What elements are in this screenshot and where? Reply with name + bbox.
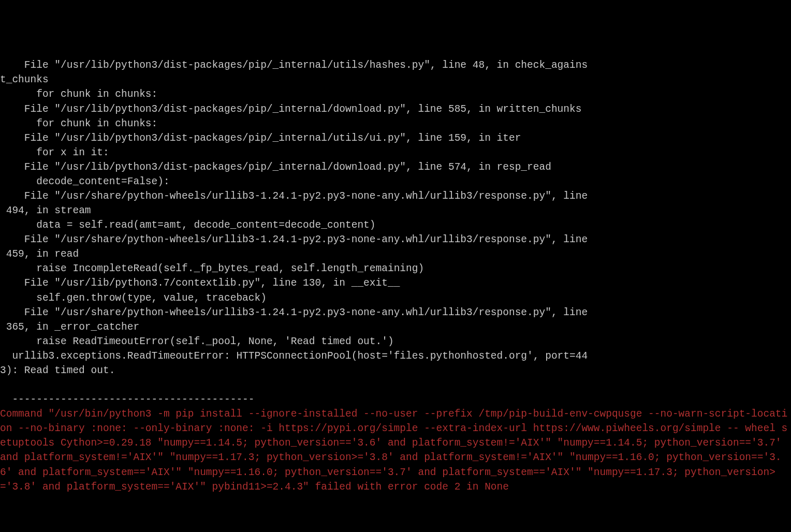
traceback-line: t_chunks (0, 72, 791, 87)
traceback-line: raise ReadTimeoutError(self._pool, None,… (0, 334, 791, 349)
traceback-line: File "/usr/lib/python3/dist-packages/pip… (0, 131, 791, 145)
error-message: Command "/usr/bin/python3 -m pip install… (0, 407, 791, 494)
traceback-line: File "/usr/share/python-wheels/urllib3-1… (0, 232, 791, 247)
traceback-block: File "/usr/lib/python3/dist-packages/pip… (0, 58, 791, 407)
traceback-line: 494, in stream (0, 203, 791, 218)
traceback-line: for chunk in chunks: (0, 87, 791, 101)
traceback-line: 3): Read timed out. (0, 363, 791, 378)
traceback-line: for x in it: (0, 145, 791, 160)
traceback-line: File "/usr/lib/python3.7/contextlib.py",… (0, 276, 791, 290)
traceback-line: for chunk in chunks: (0, 116, 791, 131)
traceback-line (0, 378, 791, 392)
traceback-line: ---------------------------------------- (0, 392, 791, 407)
traceback-line: decode_content=False): (0, 174, 791, 189)
traceback-line: File "/usr/share/python-wheels/urllib3-1… (0, 305, 791, 320)
traceback-line: 459, in read (0, 247, 791, 261)
traceback-line: self.gen.throw(type, value, traceback) (0, 291, 791, 305)
traceback-line: data = self.read(amt=amt, decode_content… (0, 218, 791, 232)
traceback-line: File "/usr/lib/python3/dist-packages/pip… (0, 102, 791, 116)
terminal-output[interactable]: File "/usr/lib/python3/dist-packages/pip… (0, 58, 791, 532)
traceback-line: raise IncompleteRead(self._fp_bytes_read… (0, 261, 791, 276)
traceback-line: File "/usr/share/python-wheels/urllib3-1… (0, 189, 791, 203)
traceback-line: urllib3.exceptions.ReadTimeoutError: HTT… (0, 349, 791, 363)
traceback-line: File "/usr/lib/python3/dist-packages/pip… (0, 160, 791, 174)
traceback-line: File "/usr/lib/python3/dist-packages/pip… (0, 58, 791, 72)
traceback-line: 365, in _error_catcher (0, 320, 791, 334)
